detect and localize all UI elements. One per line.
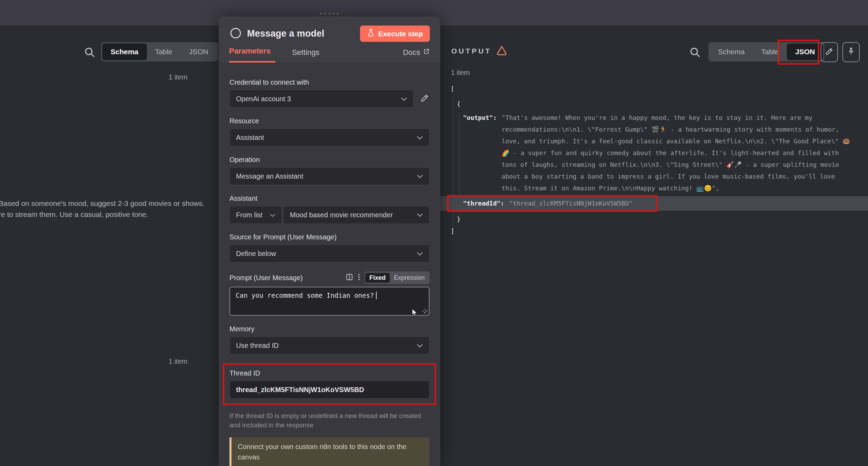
input-item-count: 1 item (169, 73, 187, 81)
search-icon[interactable] (84, 46, 95, 59)
edit-credential-icon[interactable] (420, 93, 430, 104)
schema-line: Based on someone's mood, suggest 2-3 goo… (0, 198, 205, 209)
tab-settings[interactable]: Settings (292, 48, 320, 63)
chevron-down-icon (417, 172, 423, 180)
chevron-down-icon (417, 342, 423, 350)
docs-link[interactable]: Docs (403, 48, 430, 63)
tab-json[interactable]: JSON (181, 44, 217, 60)
assistant-select[interactable]: Mood based movie recommender (283, 206, 430, 224)
output-json-view: [ { "output": "That's awesome! When you'… (449, 83, 868, 466)
field-label: Memory (229, 325, 430, 333)
execute-step-label: Execute step (378, 30, 423, 38)
input-panel: Schema Table JSON 1 item Based on someon… (0, 26, 219, 466)
node-settings-modal: Message a model Execute step Parameters … (219, 17, 440, 466)
openai-logo-icon (229, 27, 242, 41)
tab-schema[interactable]: Schema (102, 44, 147, 60)
thread-id-input[interactable]: thread_zlcKM5FTisNNjW1oKoVSW5BD (229, 381, 430, 399)
credential-value: OpenAi account 3 (236, 95, 291, 103)
operation-field: Operation Message an Assistant (229, 155, 430, 185)
prompt-field: Prompt (User Message) Fixed Expression C… (229, 272, 430, 316)
text-caret (376, 292, 377, 299)
pencil-icon (825, 47, 834, 57)
fixed-expression-toggle: Fixed Expression (365, 272, 430, 284)
assistant-field: Assistant From list Mood based movie rec… (229, 194, 430, 224)
credential-select[interactable]: OpenAi account 3 (229, 90, 414, 108)
field-label: Thread ID (229, 369, 430, 377)
docs-label: Docs (403, 48, 420, 57)
chevron-down-icon (417, 250, 423, 258)
chevron-down-icon (417, 211, 423, 219)
search-icon[interactable] (689, 46, 701, 59)
tab-table[interactable]: Table (147, 44, 181, 60)
field-label: Operation (229, 155, 430, 164)
prompt-textarea[interactable]: Can you recommend some Indian ones? (229, 287, 430, 316)
input-schema-preview: Based on someone's mood, suggest 2-3 goo… (0, 198, 205, 220)
resize-grip[interactable] (423, 309, 427, 314)
field-label: Source for Prompt (User Message) (229, 233, 430, 241)
field-label: Prompt (User Message) (229, 274, 345, 282)
assistant-value: Mood based movie recommender (290, 211, 393, 219)
node-title: Message a model (247, 28, 360, 39)
json-bracket: ] (449, 225, 868, 237)
assistant-mode-value: From list (236, 211, 263, 219)
field-label: Assistant (229, 194, 430, 202)
thread-id-hint: If the thread ID is empty or undefined a… (229, 411, 430, 430)
operation-value: Message an Assistant (236, 172, 303, 180)
credential-field: Credential to connect with OpenAi accoun… (229, 78, 430, 108)
output-item-count: 1 item (451, 69, 470, 77)
chevron-down-icon (401, 95, 407, 103)
json-brace: { (449, 98, 868, 110)
tools-notice: Connect your own custom n8n tools to thi… (229, 437, 430, 466)
memory-field: Memory Use thread ID (229, 325, 430, 354)
memory-value: Use thread ID (236, 342, 279, 350)
chevron-down-icon (270, 211, 275, 219)
json-threadid-row: "threadId": "thread_zlcKM5FTisNNjW1oKoVS… (440, 196, 868, 211)
pin-icon (847, 47, 856, 57)
output-title-row: OUTPUT (451, 45, 507, 57)
toggle-fixed[interactable]: Fixed (365, 273, 390, 283)
execute-step-button[interactable]: Execute step (360, 26, 430, 42)
tab-schema[interactable]: Schema (710, 44, 753, 60)
edit-output-button[interactable] (821, 42, 838, 62)
prompt-source-select[interactable]: Define below (229, 245, 430, 263)
json-brace: } (449, 213, 868, 225)
indent-guide (453, 97, 453, 236)
resource-value: Assistant (236, 134, 264, 142)
parameters-form: Credential to connect with OpenAi accoun… (219, 63, 440, 466)
toggle-expression[interactable]: Expression (390, 273, 429, 283)
resource-field: Resource Assistant (229, 117, 430, 146)
chevron-down-icon (417, 134, 423, 142)
pin-data-button[interactable] (842, 42, 860, 62)
highlight-box-json-tab (778, 40, 819, 65)
flask-icon (367, 29, 375, 39)
split-view-icon[interactable] (345, 273, 353, 283)
output-panel: OUTPUT 1 item Schema Table JSON (440, 26, 868, 466)
input-item-count-secondary: 1 item (169, 358, 187, 365)
highlight-box-threadid (447, 195, 657, 212)
json-key-output: "output": (463, 112, 497, 124)
field-label: Credential to connect with (229, 78, 430, 86)
json-bracket: [ (449, 83, 868, 95)
json-value-output: "That's awesome! When you're in a happy … (502, 112, 854, 194)
mouse-cursor (411, 308, 419, 318)
assistant-mode-select[interactable]: From list (229, 206, 282, 224)
modal-header: Message a model Execute step Parameters … (219, 17, 440, 63)
json-output-row: "output": "That's awesome! When you're i… (449, 112, 868, 194)
thread-id-value: thread_zlcKM5FTisNNjW1oKoVSW5BD (236, 386, 364, 394)
output-title: OUTPUT (451, 47, 491, 55)
tab-parameters[interactable]: Parameters (229, 47, 275, 63)
schema-line: re to stream them. Use a casual, positiv… (0, 209, 205, 220)
highlight-box-thread-id: Thread ID thread_zlcKM5FTisNNjW1oKoVSW5B… (223, 363, 436, 405)
n8n-node-detail-view: Schema Table JSON 1 item Based on someon… (0, 0, 868, 466)
operation-select[interactable]: Message an Assistant (229, 167, 430, 185)
resource-select[interactable]: Assistant (229, 129, 430, 146)
memory-select[interactable]: Use thread ID (229, 336, 430, 354)
input-view-tabs: Schema Table JSON (101, 42, 218, 61)
kebab-menu-icon[interactable] (358, 273, 360, 283)
prompt-value: Can you recommend some Indian ones? (236, 292, 374, 299)
field-label: Resource (229, 117, 430, 125)
external-link-icon (423, 48, 430, 57)
prompt-source-field: Source for Prompt (User Message) Define … (229, 233, 430, 263)
prompt-source-value: Define below (236, 250, 276, 258)
warning-triangle-icon (496, 45, 507, 57)
